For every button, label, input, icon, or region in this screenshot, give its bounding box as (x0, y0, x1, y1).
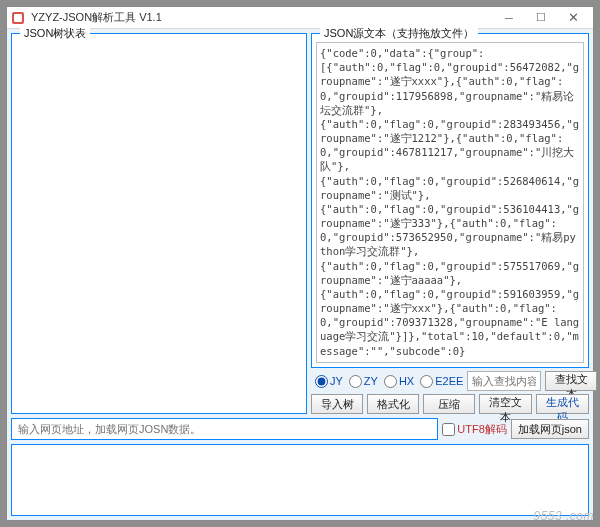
lang-radios: JY ZY HX E2EE (311, 375, 463, 388)
search-input[interactable] (467, 371, 541, 391)
url-row: UTF8解码 加载网页json (11, 418, 589, 440)
import-tree-button[interactable]: 导入树 (311, 394, 363, 414)
controls-row-2: 导入树 格式化 压缩 清空文本 生成代码 (311, 391, 589, 414)
gen-code-button[interactable]: 生成代码 (536, 394, 589, 414)
find-text-button[interactable]: 查找文本 (545, 371, 597, 391)
radio-hx[interactable]: HX (384, 375, 414, 388)
source-pane: JSON源文本（支持拖放文件） JY ZY HX E2EE 查找文本 导入树 格 (311, 33, 589, 414)
radio-jy[interactable]: JY (315, 375, 343, 388)
source-legend: JSON源文本（支持拖放文件） (320, 26, 478, 41)
radio-zy[interactable]: ZY (349, 375, 378, 388)
output-textarea[interactable] (11, 444, 589, 516)
client-area: JSON树状表 JSON源文本（支持拖放文件） JY ZY HX E2EE (7, 29, 593, 520)
utf8-checkbox[interactable]: UTF8解码 (442, 422, 507, 437)
minimize-button[interactable]: ─ (493, 7, 525, 29)
svg-rect-1 (14, 14, 22, 22)
json-tree-view[interactable] (16, 42, 302, 409)
tree-legend: JSON树状表 (20, 26, 90, 41)
close-button[interactable]: ✕ (557, 7, 589, 29)
app-icon (11, 11, 25, 25)
json-source-textarea[interactable] (316, 42, 584, 363)
load-url-json-button[interactable]: 加载网页json (511, 419, 589, 439)
url-input[interactable] (11, 418, 438, 440)
format-button[interactable]: 格式化 (367, 394, 419, 414)
upper-panes: JSON树状表 JSON源文本（支持拖放文件） JY ZY HX E2EE (11, 33, 589, 414)
window-title: YZYZ-JSON解析工具 V1.1 (31, 10, 493, 25)
radio-e2ee[interactable]: E2EE (420, 375, 463, 388)
controls-row-1: JY ZY HX E2EE 查找文本 (311, 368, 589, 391)
titlebar: YZYZ-JSON解析工具 V1.1 ─ ☐ ✕ (7, 7, 593, 29)
maximize-button[interactable]: ☐ (525, 7, 557, 29)
window-controls: ─ ☐ ✕ (493, 7, 589, 29)
app-window: YZYZ-JSON解析工具 V1.1 ─ ☐ ✕ JSON树状表 JSON源文本… (6, 6, 594, 521)
source-groupbox: JSON源文本（支持拖放文件） (311, 33, 589, 368)
clear-text-button[interactable]: 清空文本 (479, 394, 532, 414)
tree-groupbox: JSON树状表 (11, 33, 307, 414)
compress-button[interactable]: 压缩 (423, 394, 475, 414)
